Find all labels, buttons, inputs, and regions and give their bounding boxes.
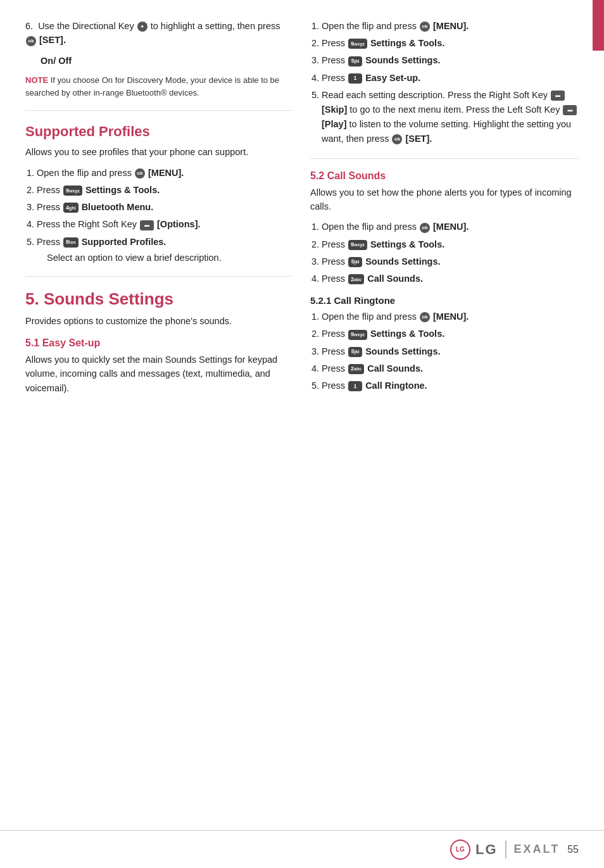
step5-extra: Select an option to view a brief descrip… [37, 251, 291, 265]
ok-key-icon: ok [420, 312, 430, 322]
note-text: If you choose On for Discovery Mode, you… [25, 75, 279, 97]
set-label: [SET]. [39, 35, 66, 45]
menu-label: [MENU]. [148, 168, 184, 178]
easy-setup-body: Allows you to quickly set the main Sound… [25, 353, 291, 395]
page-number: 55 [567, 844, 579, 855]
footer-logo: LG LG EXALT [450, 840, 560, 860]
settings-tools-label: Settings & Tools. [370, 38, 444, 48]
call-sounds-body: Allows you to set how the phone alerts y… [310, 186, 579, 214]
ok-key-icon: ok [135, 168, 145, 179]
list-item: Press 8tuv Supported Profiles. Select an… [37, 235, 291, 265]
list-item: Open the flip and press ok [MENU]. [322, 220, 579, 234]
soft-right-icon: ▬ [551, 91, 565, 101]
list-item: Press 9wxyz Settings & Tools. [322, 36, 579, 51]
list-item: Press 9wxyz Settings & Tools. [37, 183, 291, 198]
play-label: [Play] [322, 119, 347, 129]
skip-label: [Skip] [322, 104, 347, 115]
list-item: Press the Right Soft Key ▬ [Options]. [37, 217, 291, 232]
sounds-settings-body: Provides options to customize the phone'… [25, 314, 291, 328]
list-item: Open the flip and press ok [MENU]. [37, 166, 291, 180]
list-item: Press 4ghi Bluetooth Menu. [37, 200, 291, 215]
menu-label: [MENU]. [433, 311, 469, 322]
list-item: Press 5jkl Sounds Settings. [322, 344, 579, 359]
list-item: Press 5jkl Sounds Settings. [322, 53, 579, 68]
options-label: [Options]. [157, 219, 200, 229]
ok-key-icon-2: ok [392, 134, 402, 144]
key-9-icon: 9wxyz [348, 240, 367, 250]
call-sounds-heading: 5.2 Call Sounds [310, 170, 579, 182]
settings-tools-label: Settings & Tools. [370, 239, 444, 249]
brand-label: LG [475, 841, 498, 858]
key-5-icon: 5jkl [348, 56, 362, 66]
list-item: Open the flip and press ok [MENU]. [322, 19, 579, 34]
section-divider-2 [25, 276, 291, 277]
ok-key-icon: ok [420, 22, 430, 32]
supported-profiles-body: Allows you to see profiles that your pho… [25, 145, 291, 159]
key-9-icon: 9wxyz [348, 330, 367, 340]
set-label-2: [SET]. [405, 134, 432, 144]
supported-profiles-heading: Supported Profiles [25, 123, 291, 140]
key-8-icon: 8tuv [63, 237, 79, 248]
list-item: Press 9wxyz Settings & Tools. [322, 327, 579, 341]
right-column: Open the flip and press ok [MENU]. Press… [310, 19, 579, 817]
call-ringtone-steps: Open the flip and press ok [MENU]. Press… [310, 310, 579, 393]
supported-profiles-label: Supported Profiles. [82, 237, 167, 247]
page-container: 6. Use the Directional Key ● to highligh… [0, 0, 604, 868]
call-sounds-label: Call Sounds. [367, 363, 423, 374]
easy-setup-label: Easy Set-up. [365, 73, 420, 83]
model-label: EXALT [514, 843, 560, 856]
directional-key-icon: ● [137, 22, 148, 32]
sounds-settings-label: Sounds Settings. [365, 346, 440, 356]
section-divider-1 [25, 110, 291, 111]
call-sounds-steps: Open the flip and press ok [MENU]. Press… [310, 220, 579, 286]
sounds-settings-label: Sounds Settings. [365, 256, 440, 267]
list-item: Press 1 Call Ringtone. [322, 379, 579, 393]
supported-profiles-steps: Open the flip and press ok [MENU]. Press… [25, 166, 291, 265]
footer: LG LG EXALT 55 [0, 830, 604, 868]
soft-right-icon: ▬ [140, 220, 154, 230]
ok-key-icon: ok [420, 223, 430, 233]
key-9-icon: 9wxyz [63, 186, 82, 196]
content-area: 6. Use the Directional Key ● to highligh… [0, 0, 604, 830]
note-label: NOTE [25, 75, 48, 85]
bluetooth-menu-label: Bluetooth Menu. [82, 202, 154, 212]
easy-setup-steps: Open the flip and press ok [MENU]. Press… [310, 19, 579, 147]
soft-left-icon: ▬ [563, 105, 577, 115]
set-key-icon: ok [26, 36, 36, 46]
key-2-icon: 2abc [348, 274, 364, 284]
list-item: Press 5jkl Sounds Settings. [322, 255, 579, 269]
list-item: Read each setting description. Press the… [322, 88, 579, 147]
key-4-icon: 4ghi [63, 203, 79, 213]
footer-divider [505, 841, 506, 859]
settings-tools-label: Settings & Tools. [85, 185, 160, 195]
settings-tools-label: Settings & Tools. [370, 329, 444, 339]
call-ringtone-label: Call Ringtone. [365, 381, 427, 391]
key-9-icon: 9wxyz [348, 39, 367, 49]
left-column: 6. Use the Directional Key ● to highligh… [25, 19, 291, 817]
key-5-icon: 5jkl [348, 347, 362, 357]
list-item: Press 9wxyz Settings & Tools. [322, 237, 579, 252]
key-2-icon: 2abc [348, 364, 364, 374]
call-sounds-label: Call Sounds. [367, 274, 423, 284]
section-divider-3 [310, 158, 579, 159]
decorative-tab [593, 0, 604, 51]
menu-label: [MENU]. [433, 21, 469, 31]
key-5-icon: 5jkl [348, 257, 362, 267]
key-1-icon: 1 [348, 73, 362, 84]
lg-circle-icon: LG [450, 840, 470, 860]
list-item: Press 1 Easy Set-up. [322, 71, 579, 85]
lg-logo: LG [450, 840, 470, 860]
easy-setup-heading: 5.1 Easy Set-up [25, 337, 291, 349]
sounds-settings-heading: 5. Sounds Settings [25, 289, 291, 309]
sounds-settings-label: Sounds Settings. [365, 55, 440, 65]
menu-label: [MENU]. [433, 222, 469, 232]
note-block: NOTE If you choose On for Discovery Mode… [25, 74, 291, 99]
key-1-icon: 1 [348, 381, 362, 391]
onoff-label: On/ Off [41, 54, 291, 68]
list-item: Press 2abc Call Sounds. [322, 362, 579, 376]
list-item: Press 2abc Call Sounds. [322, 272, 579, 286]
list-item: Open the flip and press ok [MENU]. [322, 310, 579, 324]
step6-text: 6. Use the Directional Key ● to highligh… [25, 19, 291, 47]
call-ringtone-heading: 5.2.1 Call Ringtone [310, 295, 579, 306]
